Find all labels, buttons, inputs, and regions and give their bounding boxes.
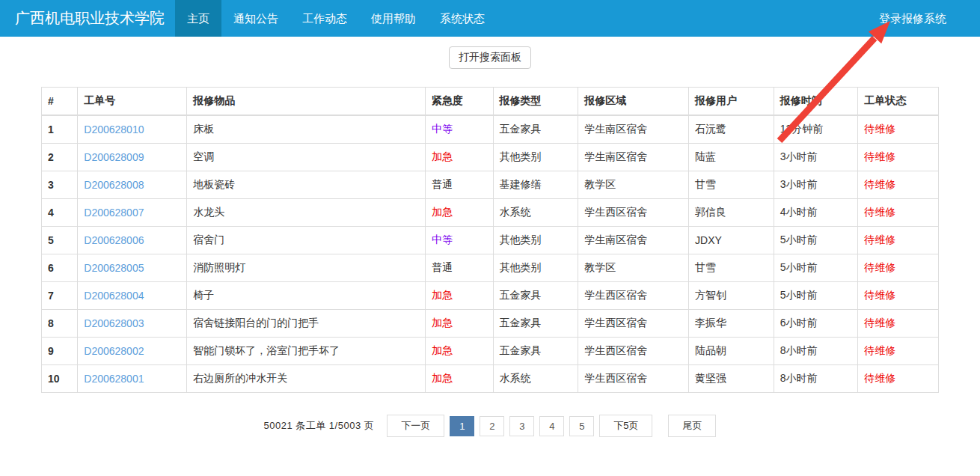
cell-area: 学生西区宿舍: [578, 199, 689, 227]
cell-item: 消防照明灯: [187, 254, 426, 282]
cell-item: 床板: [187, 115, 426, 144]
cell-time: 3小时前: [774, 171, 858, 199]
cell-status: 待维修: [858, 115, 939, 144]
cell-user: 陆蓝: [689, 144, 774, 171]
cell-area: 学生西区宿舍: [578, 282, 689, 310]
order-number-link[interactable]: D200628001: [84, 373, 144, 385]
order-number-link[interactable]: D200628004: [84, 290, 144, 302]
cell-urgency: 普通: [425, 254, 493, 282]
cell-order-no: D200628008: [78, 171, 187, 199]
cell-area: 学生南区宿舍: [578, 227, 689, 254]
nav-item-2[interactable]: 工作动态: [290, 0, 359, 37]
cell-item: 右边厕所的冲水开关: [187, 365, 426, 393]
order-number-link[interactable]: D200628002: [84, 345, 144, 357]
page-button-3[interactable]: 3: [509, 416, 534, 436]
cell-time: 8小时前: [774, 338, 858, 365]
cell-order-no: D200628006: [78, 227, 187, 254]
nav-item-0[interactable]: 主页: [175, 0, 221, 37]
column-header: 紧急度: [425, 88, 493, 116]
order-number-link[interactable]: D200628006: [84, 234, 144, 246]
column-header: 报修时间: [774, 88, 858, 116]
cell-area: 学生南区宿舍: [578, 144, 689, 171]
cell-urgency: 中等: [425, 115, 493, 144]
login-repair-system-link[interactable]: 登录报修系统: [867, 0, 980, 37]
cell-time: 13分钟前: [774, 115, 858, 144]
column-header: #: [42, 88, 78, 116]
cell-index: 5: [42, 227, 78, 254]
column-header: 报修用户: [689, 88, 774, 116]
nav-item-4[interactable]: 系统状态: [428, 0, 497, 37]
cell-urgency: 中等: [425, 227, 493, 254]
order-number-link[interactable]: D200628003: [84, 317, 144, 329]
column-header: 报修区域: [578, 88, 689, 116]
cell-time: 5小时前: [774, 254, 858, 282]
order-number-link[interactable]: D200628007: [84, 207, 144, 219]
cell-status: 待维修: [858, 227, 939, 254]
cell-type: 基建修缮: [493, 171, 578, 199]
table-header-row: #工单号报修物品紧急度报修类型报修区域报修用户报修时间工单状态: [42, 88, 939, 116]
cell-urgency: 加急: [425, 338, 493, 365]
cell-user: JDXY: [689, 227, 774, 254]
nav-item-3[interactable]: 使用帮助: [359, 0, 428, 37]
cell-user: 郭信良: [689, 199, 774, 227]
column-header: 报修物品: [187, 88, 426, 116]
next-5-pages-button[interactable]: 下5页: [599, 415, 652, 437]
next-page-button[interactable]: 下一页: [387, 415, 444, 437]
table-row: 8D200628003宿舍链接阳台的门的门把手加急五金家具学生西区宿舍李振华6小…: [42, 310, 939, 338]
cell-user: 陆品朝: [689, 338, 774, 365]
cell-order-no: D200628007: [78, 199, 187, 227]
cell-status: 待维修: [858, 199, 939, 227]
cell-index: 9: [42, 338, 78, 365]
cell-area: 学生南区宿舍: [578, 115, 689, 144]
cell-status: 待维修: [858, 254, 939, 282]
cell-order-no: D200628001: [78, 365, 187, 393]
open-search-panel-button[interactable]: 打开搜索面板: [449, 46, 531, 69]
page-button-4[interactable]: 4: [539, 416, 564, 436]
last-page-button[interactable]: 尾页: [668, 415, 716, 437]
cell-item: 宿舍链接阳台的门的门把手: [187, 310, 426, 338]
cell-status: 待维修: [858, 171, 939, 199]
cell-item: 椅子: [187, 282, 426, 310]
cell-order-no: D200628002: [78, 338, 187, 365]
cell-time: 5小时前: [774, 282, 858, 310]
cell-index: 7: [42, 282, 78, 310]
table-row: 10D200628001右边厕所的冲水开关加急水系统学生西区宿舍黄坚强8小时前待…: [42, 365, 939, 393]
column-header: 报修类型: [493, 88, 578, 116]
cell-type: 五金家具: [493, 310, 578, 338]
pagination: 50021 条工单 1/5003 页 下一页 12345 下5页 尾页: [0, 415, 980, 437]
order-number-link[interactable]: D200628010: [84, 123, 144, 135]
column-header: 工单状态: [858, 88, 939, 116]
cell-urgency: 加急: [425, 365, 493, 393]
cell-time: 6小时前: [774, 310, 858, 338]
cell-order-no: D200628003: [78, 310, 187, 338]
cell-type: 五金家具: [493, 282, 578, 310]
table-row: 5D200628006宿舍门中等其他类别学生南区宿舍JDXY5小时前待维修: [42, 227, 939, 254]
top-navbar: 广西机电职业技术学院 主页通知公告工作动态使用帮助系统状态 登录报修系统: [0, 0, 980, 37]
cell-user: 石沅鹭: [689, 115, 774, 144]
cell-urgency: 加急: [425, 282, 493, 310]
cell-status: 待维修: [858, 282, 939, 310]
cell-item: 智能门锁坏了，浴室门把手坏了: [187, 338, 426, 365]
cell-user: 方智钊: [689, 282, 774, 310]
cell-order-no: D200628010: [78, 115, 187, 144]
cell-order-no: D200628005: [78, 254, 187, 282]
cell-index: 1: [42, 115, 78, 144]
page-button-1[interactable]: 1: [450, 416, 474, 436]
order-number-link[interactable]: D200628005: [84, 262, 144, 274]
order-number-link[interactable]: D200628008: [84, 179, 144, 191]
cell-type: 其他类别: [493, 254, 578, 282]
table-row: 1D200628010床板中等五金家具学生南区宿舍石沅鹭13分钟前待维修: [42, 115, 939, 144]
cell-area: 学生西区宿舍: [578, 365, 689, 393]
cell-urgency: 加急: [425, 144, 493, 171]
cell-type: 五金家具: [493, 338, 578, 365]
site-brand: 广西机电职业技术学院: [0, 0, 175, 37]
cell-type: 五金家具: [493, 115, 578, 144]
order-number-link[interactable]: D200628009: [84, 151, 144, 163]
cell-type: 其他类别: [493, 227, 578, 254]
nav-item-1[interactable]: 通知公告: [221, 0, 290, 37]
cell-user: 甘雪: [689, 171, 774, 199]
page-button-5[interactable]: 5: [569, 416, 594, 436]
column-header: 工单号: [78, 88, 187, 116]
page-button-2[interactable]: 2: [480, 416, 504, 436]
cell-item: 地板瓷砖: [187, 171, 426, 199]
